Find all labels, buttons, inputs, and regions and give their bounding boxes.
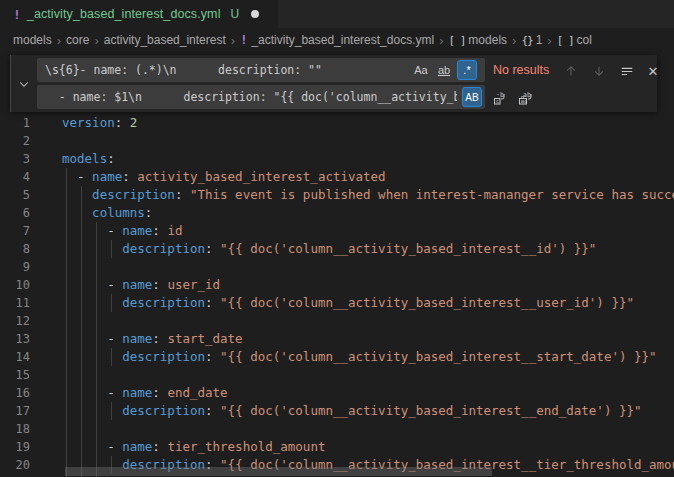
code-line[interactable]: 12 [0, 312, 674, 330]
code-text: description: "{{ doc('column__activity_b… [62, 294, 634, 312]
code-line[interactable]: 7 - name: id [0, 222, 674, 240]
breadcrumb-label: _activity_based_interest_docs.yml [251, 33, 434, 47]
regex-option[interactable]: .* [457, 60, 477, 80]
find-in-selection-button[interactable] [617, 61, 637, 81]
replace-all-icon: ab ac [517, 90, 534, 106]
breadcrumb-item[interactable]: models [13, 33, 52, 47]
code-line[interactable]: 18 [0, 420, 674, 438]
yaml-file-icon: ! [240, 33, 247, 47]
replace-all-button[interactable]: ab ac [515, 88, 535, 108]
array-symbol-icon: [ ] [557, 34, 574, 47]
selection-icon [620, 64, 634, 78]
chevron-down-icon [18, 78, 30, 90]
line-number: 4 [0, 168, 30, 186]
breadcrumb-label: models [468, 33, 507, 47]
line-number: 14 [0, 348, 30, 366]
line-number: 19 [0, 438, 30, 456]
line-number: 8 [0, 240, 30, 258]
breadcrumb-item[interactable]: {}1 [521, 33, 542, 47]
code-line[interactable]: 16 - name: end_date [0, 384, 674, 402]
code-line[interactable]: 8 description: "{{ doc('column__activity… [0, 240, 674, 258]
chevron-right-icon: › [94, 34, 98, 47]
breadcrumb-label: 1 [536, 33, 543, 47]
yaml-file-icon: ! [13, 7, 21, 22]
code-line[interactable]: 17 description: "{{ doc('column__activit… [0, 402, 674, 420]
line-number: 10 [0, 276, 30, 294]
chevron-right-icon: › [439, 34, 443, 47]
line-number: 20 [0, 456, 30, 474]
vscode-window: ! _activity_based_interest_docs.yml U mo… [0, 0, 674, 477]
code-line[interactable]: 19 - name: tier_threshold_amount [0, 438, 674, 456]
line-number: 15 [0, 366, 30, 384]
horizontal-scrollbar[interactable] [65, 467, 492, 476]
replace-input[interactable] [37, 85, 485, 109]
previous-match-button[interactable] [561, 61, 581, 81]
line-number: 2 [0, 132, 30, 150]
code-line[interactable]: 10 - name: user_id [0, 276, 674, 294]
line-number: 7 [0, 222, 30, 240]
code-line[interactable]: 2 [0, 132, 674, 150]
breadcrumb-label: activity_based_interest [104, 33, 226, 47]
code-text: columns: [62, 204, 152, 222]
line-number: 6 [0, 204, 30, 222]
chevron-right-icon: › [57, 34, 61, 47]
close-find-widget-button[interactable]: ✕ [643, 61, 663, 81]
modified-dot-icon[interactable] [251, 10, 259, 18]
replace-button[interactable]: ·b c [490, 88, 510, 108]
active-tab[interactable]: ! _activity_based_interest_docs.yml U [0, 0, 278, 28]
find-options: Aa ab .* [411, 60, 477, 80]
line-number: 18 [0, 420, 30, 438]
svg-text:c: c [496, 98, 499, 104]
code-line[interactable]: 6 columns: [0, 204, 674, 222]
code-text: description: "{{ doc('column__activity_b… [62, 402, 642, 420]
tab-bar: ! _activity_based_interest_docs.yml U [0, 0, 674, 28]
preserve-case-option[interactable]: AB [462, 87, 482, 107]
code-text: - name: activity_based_interest_activate… [62, 168, 386, 186]
line-number: 11 [0, 294, 30, 312]
breadcrumb: models›core›activity_based_interest›!_ac… [0, 28, 674, 52]
code-text: - name: end_date [62, 384, 228, 402]
svg-text:ac: ac [520, 98, 527, 104]
line-number: 13 [0, 330, 30, 348]
code-line[interactable]: 3models: [0, 150, 674, 168]
code-line[interactable]: 5 description: "This event is published … [0, 186, 674, 204]
code-area[interactable]: 1version: 223models:4 - name: activity_b… [0, 52, 674, 477]
code-text: models: [62, 150, 115, 168]
code-line[interactable]: 1version: 2 [0, 114, 674, 132]
code-text: - name: tier_threshold_amount [62, 438, 325, 456]
code-line[interactable]: 4 - name: activity_based_interest_activa… [0, 168, 674, 186]
code-text: description: "This event is published wh… [62, 186, 674, 204]
toggle-replace-button[interactable] [11, 55, 36, 112]
breadcrumb-item[interactable]: !_activity_based_interest_docs.yml [240, 33, 434, 47]
code-line[interactable]: 14 description: "{{ doc('column__activit… [0, 348, 674, 366]
code-line[interactable]: 15 [0, 366, 674, 384]
replace-icon: ·b c [492, 90, 508, 106]
code-text: version: 2 [62, 114, 137, 132]
line-number: 9 [0, 258, 30, 276]
chevron-right-icon: › [512, 34, 516, 47]
chevron-right-icon: › [547, 34, 551, 47]
line-number: 16 [0, 384, 30, 402]
code-text: - name: start_date [62, 330, 243, 348]
code-text: description: "{{ doc('column__activity_b… [62, 348, 657, 366]
find-replace-widget: Aa ab .* No results ✕ AB [10, 55, 657, 112]
breadcrumb-label: models [13, 33, 52, 47]
breadcrumb-item[interactable]: [ ]models [448, 33, 507, 47]
code-text: - name: user_id [62, 276, 220, 294]
whole-word-option[interactable]: ab [434, 60, 454, 80]
arrow-up-icon [564, 64, 578, 78]
line-number: 1 [0, 114, 30, 132]
match-case-option[interactable]: Aa [411, 60, 431, 80]
results-count: No results [493, 58, 549, 82]
next-match-button[interactable] [589, 61, 609, 81]
code-line[interactable]: 13 - name: start_date [0, 330, 674, 348]
code-line[interactable]: 9 [0, 258, 674, 276]
code-line[interactable]: 11 description: "{{ doc('column__activit… [0, 294, 674, 312]
breadcrumb-item[interactable]: [ ]col [557, 33, 592, 47]
object-symbol-icon: {} [521, 34, 532, 47]
line-number: 12 [0, 312, 30, 330]
breadcrumb-item[interactable]: core [66, 33, 89, 47]
breadcrumb-item[interactable]: activity_based_interest [104, 33, 226, 47]
array-symbol-icon: [ ] [448, 34, 465, 47]
git-status-untracked-badge: U [231, 7, 240, 21]
